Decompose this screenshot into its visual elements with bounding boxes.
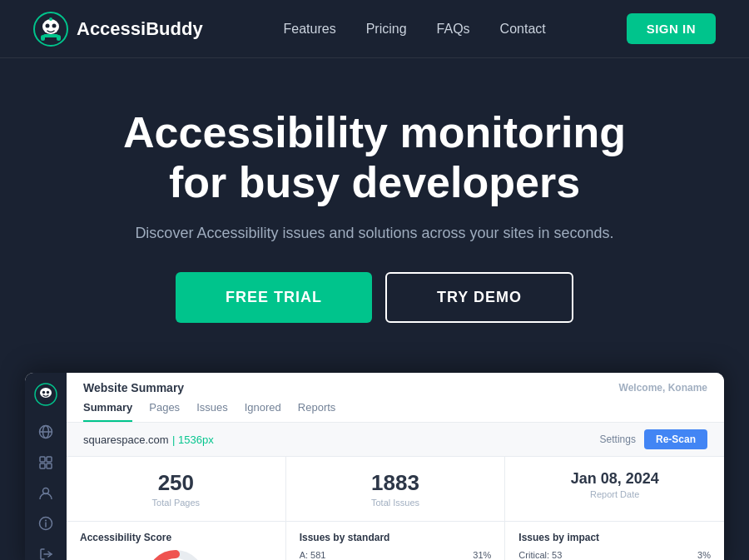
logo-icon xyxy=(33,12,68,47)
sidebar-icon-logout[interactable] xyxy=(34,547,57,560)
svg-rect-15 xyxy=(40,457,45,462)
dashboard-preview: Website Summary Welcome, Koname Summary … xyxy=(25,373,724,560)
hero-headline: Accessibility monitoring for busy develo… xyxy=(83,108,666,208)
accessibility-score-title: Accessibility Score xyxy=(80,532,272,543)
hero-buttons: FREE TRIAL TRY DEMO xyxy=(33,272,716,323)
svg-point-2 xyxy=(46,23,50,27)
nav-features[interactable]: Features xyxy=(284,22,336,37)
svg-rect-4 xyxy=(49,17,52,21)
svg-rect-17 xyxy=(40,463,45,468)
tab-pages[interactable]: Pages xyxy=(149,401,180,422)
tab-issues[interactable]: Issues xyxy=(196,401,228,422)
issue-row-a: A: 581 31% xyxy=(300,550,492,560)
tab-ignored[interactable]: Ignored xyxy=(245,401,281,422)
svg-rect-5 xyxy=(43,34,58,37)
tab-reports[interactable]: Reports xyxy=(298,401,336,422)
free-trial-button[interactable]: FREE TRIAL xyxy=(176,272,372,323)
sidebar-icon-user[interactable] xyxy=(34,485,57,501)
svg-rect-6 xyxy=(41,35,45,41)
svg-point-3 xyxy=(52,23,57,27)
settings-link[interactable]: Settings xyxy=(600,434,636,445)
nav-contact[interactable]: Contact xyxy=(500,22,546,37)
panel-accessibility-score: Accessibility Score xyxy=(67,522,286,560)
issue-label-a: A: 581 xyxy=(300,550,326,560)
dashboard-main: Website Summary Welcome, Koname Summary … xyxy=(67,373,724,560)
sidebar-icon-info[interactable] xyxy=(34,516,57,532)
nav: Features Pricing FAQs Contact xyxy=(284,22,546,37)
svg-point-22 xyxy=(45,520,47,522)
stat-pages: 250 Total Pages xyxy=(67,457,286,521)
dashboard-topbar: Website Summary Welcome, Koname Summary … xyxy=(67,373,724,423)
panels-row: Accessibility Score Issues by standard A… xyxy=(67,522,724,560)
issues-standard-title: Issues by standard xyxy=(300,532,492,543)
stat-issues-value: 1883 xyxy=(303,470,489,496)
logo: AccessiBuddy xyxy=(33,12,203,47)
nav-pricing[interactable]: Pricing xyxy=(366,22,407,37)
sidebar-icon-grid[interactable] xyxy=(34,454,57,470)
stat-pages-label: Total Pages xyxy=(83,498,269,508)
dashboard-tabs: Summary Pages Issues Ignored Reports xyxy=(83,401,707,422)
sign-in-button[interactable]: SIGN IN xyxy=(627,13,716,44)
sidebar xyxy=(25,373,67,560)
issue-percent-a: 31% xyxy=(473,550,491,560)
welcome-text: Welcome, Koname xyxy=(619,382,707,394)
stat-date-label: Report Date xyxy=(522,489,707,499)
impact-label-critical: Critical: 53 xyxy=(518,550,562,560)
url-bar: squarespace.com | 1536px Settings Re-Sca… xyxy=(67,423,724,457)
issues-impact-title: Issues by impact xyxy=(518,532,711,543)
svg-rect-16 xyxy=(47,457,52,462)
sidebar-logo xyxy=(34,383,57,409)
stat-issues-label: Total Issues xyxy=(303,498,489,508)
panel-issues-impact: Issues by impact Critical: 53 3% Serious… xyxy=(505,522,724,560)
nav-faqs[interactable]: FAQs xyxy=(437,22,470,37)
dashboard-url-px: | 1536px xyxy=(172,434,214,446)
svg-point-11 xyxy=(47,390,49,393)
stat-date-value: Jan 08, 2024 xyxy=(522,470,707,488)
svg-rect-7 xyxy=(57,35,61,41)
hero-section: Accessibility monitoring for busy develo… xyxy=(0,58,749,356)
stat-issues: 1883 Total Issues xyxy=(286,457,506,521)
tab-summary[interactable]: Summary xyxy=(83,401,132,422)
rescan-button[interactable]: Re-Scan xyxy=(644,429,707,449)
try-demo-button[interactable]: TRY DEMO xyxy=(385,272,573,323)
donut-chart xyxy=(80,550,272,560)
hero-subheadline: Discover Accessibility issues and soluti… xyxy=(33,225,716,242)
stat-date: Jan 08, 2024 Report Date xyxy=(505,457,724,521)
impact-row-critical: Critical: 53 3% xyxy=(518,550,711,560)
stat-pages-value: 250 xyxy=(83,470,269,496)
panel-issues-standard: Issues by standard A: 581 31% AA: 597 32… xyxy=(286,522,506,560)
sidebar-icon-globe[interactable] xyxy=(34,424,57,440)
logo-text: AccessiBuddy xyxy=(77,18,203,40)
header: AccessiBuddy Features Pricing FAQs Conta… xyxy=(0,0,749,58)
impact-percent-critical: 3% xyxy=(697,550,711,560)
svg-point-10 xyxy=(42,390,45,393)
svg-rect-18 xyxy=(47,463,52,468)
stats-row: 250 Total Pages 1883 Total Issues Jan 08… xyxy=(67,457,724,522)
dashboard-title: Website Summary xyxy=(83,381,184,394)
dashboard-url: squarespace.com xyxy=(83,434,169,446)
